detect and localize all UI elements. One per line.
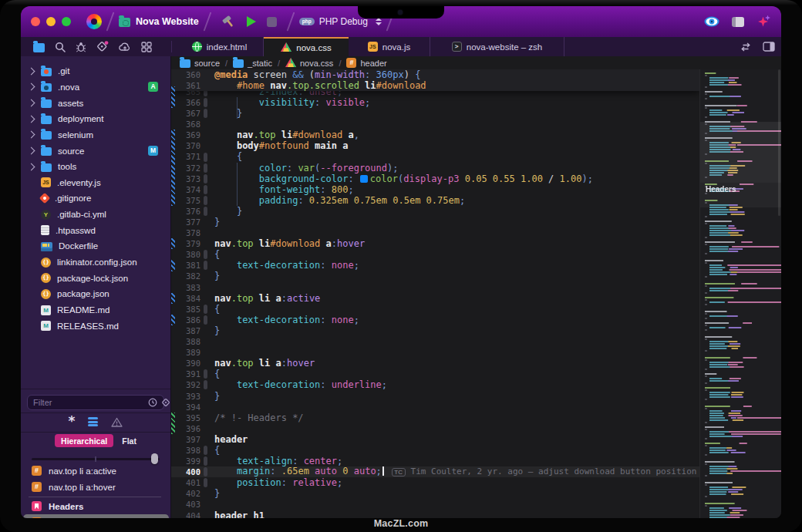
close-window-button[interactable] xyxy=(31,17,40,26)
code-line[interactable]: 385{ xyxy=(171,304,699,315)
stop-button[interactable] xyxy=(267,17,277,27)
minimize-window-button[interactable] xyxy=(46,17,56,26)
file-row[interactable]: deployment xyxy=(21,111,170,127)
code-line[interactable]: 390nav.top li a:hover xyxy=(171,358,699,369)
code-line[interactable]: 376 } xyxy=(171,206,699,217)
editor-scrollbar[interactable] xyxy=(778,69,780,216)
breadcrumb-item[interactable]: #header xyxy=(346,58,386,68)
file-row[interactable]: assets xyxy=(21,95,170,111)
file-row[interactable]: .git xyxy=(21,63,170,79)
symbol-row[interactable]: #nav.top li a:hover xyxy=(23,479,169,495)
breadcrumb-item[interactable]: _static xyxy=(233,58,272,68)
code-line[interactable]: 375 padding: 0.325em 0.75em 0.5em 0.75em… xyxy=(171,195,699,206)
code-line[interactable]: 394 xyxy=(171,402,699,412)
sparkle-publish-icon[interactable] xyxy=(757,15,770,29)
search-icon[interactable] xyxy=(55,42,66,52)
toggle-sidebar-icon[interactable] xyxy=(732,17,744,27)
code-line[interactable]: 395/* !- Headers */ xyxy=(171,412,699,423)
code-line[interactable]: 382} xyxy=(171,271,699,281)
file-row[interactable]: .novaA xyxy=(21,79,170,96)
file-row[interactable]: MRELEASES.md xyxy=(21,318,170,334)
zoom-window-button[interactable] xyxy=(62,17,71,26)
cloud-icon[interactable] xyxy=(119,42,131,52)
extensions-grid-icon[interactable] xyxy=(141,42,152,52)
code-line[interactable]: 379nav.top li#download a:hover xyxy=(171,238,699,249)
tab-nova-website-zsh[interactable]: >nova-website – zsh xyxy=(430,37,564,56)
code-line[interactable]: 380{ xyxy=(171,249,699,260)
code-line[interactable]: 367 } xyxy=(171,108,699,119)
grouped-symbols-icon[interactable] xyxy=(88,417,98,426)
code-line[interactable]: 401 position: relative; xyxy=(171,477,699,488)
code-line[interactable]: 389 xyxy=(171,347,699,358)
tab-index-html[interactable]: index.html xyxy=(176,37,264,56)
bug-icon[interactable] xyxy=(76,42,86,52)
code-line[interactable]: 391{ xyxy=(171,369,699,379)
code-line[interactable]: 397header xyxy=(171,434,699,445)
file-row[interactable]: {}package.json xyxy=(21,286,170,302)
minimap[interactable]: Headers xyxy=(699,69,781,518)
preview-eye-icon[interactable] xyxy=(704,16,719,27)
code-line[interactable]: 373 background-color: color(display-p3 0… xyxy=(171,173,699,184)
code-line[interactable]: 378 xyxy=(171,227,699,238)
split-view-icon[interactable] xyxy=(740,42,752,52)
toggle-right-panel-icon[interactable] xyxy=(763,42,775,52)
symbol-row[interactable]: Headers xyxy=(23,498,169,514)
code-line[interactable]: 398{ xyxy=(171,445,699,456)
file-row[interactable]: Dockerfile xyxy=(21,238,170,254)
breadcrumb-item[interactable]: nova.css xyxy=(285,58,333,69)
code-line[interactable]: 400 margin: .65em auto 0 auto;TCTim Coul… xyxy=(171,466,699,477)
file-row[interactable]: sourceM xyxy=(21,143,170,159)
js-icon: JS xyxy=(368,42,378,52)
file-row[interactable]: selenium xyxy=(21,127,170,143)
code-line[interactable]: 404header h1 xyxy=(171,510,699,518)
code-line[interactable]: 368 xyxy=(171,119,699,130)
code-line[interactable]: 372 color: var(--foreground); xyxy=(171,163,699,173)
filter-tag-icon[interactable] xyxy=(161,398,170,407)
issues-warning-icon[interactable] xyxy=(111,417,123,427)
code-line[interactable]: 383 xyxy=(171,282,699,293)
code-line[interactable]: 361 #home nav.top.scrolled li#download xyxy=(171,80,699,91)
file-row[interactable]: .gitignore xyxy=(21,190,170,207)
tab-nova-css[interactable]: nova.css xyxy=(264,37,349,56)
symbol-row[interactable]: #nav.top li a:active xyxy=(23,463,169,479)
all-symbols-icon[interactable]: * xyxy=(69,417,76,426)
build-button[interactable] xyxy=(221,15,236,29)
file-row[interactable]: JS.eleventy.js xyxy=(21,175,170,191)
tab-nova-js[interactable]: JSnova.js xyxy=(349,37,430,56)
filter-input[interactable] xyxy=(28,398,148,407)
code-line[interactable]: 396 xyxy=(171,423,699,434)
file-row[interactable]: .htpasswd xyxy=(21,223,170,239)
file-row[interactable]: tools xyxy=(21,159,170,175)
code-line[interactable]: 381 text-decoration: none; xyxy=(171,260,699,271)
toggle-hierarchical[interactable]: Hierarchical xyxy=(55,434,113,447)
code-line[interactable]: 377} xyxy=(171,217,699,227)
code-line[interactable]: 370 body#notfound main a xyxy=(171,140,699,151)
code-editor[interactable]: 365 z-index: unset;366 visibility: visib… xyxy=(171,69,699,518)
code-line[interactable]: 387} xyxy=(171,325,699,336)
file-row[interactable]: {}package-lock.json xyxy=(21,270,170,286)
code-line[interactable]: 360@media screen && (min-width: 360px) { xyxy=(171,69,699,80)
files-icon[interactable] xyxy=(33,43,45,52)
file-row[interactable]: MREADME.md xyxy=(21,302,170,318)
toggle-flat[interactable]: Flat xyxy=(122,436,136,446)
code-line[interactable]: 403 xyxy=(171,499,699,510)
project-button[interactable]: Nova Website xyxy=(119,16,199,27)
tag-icon[interactable] xyxy=(96,41,109,52)
code-line[interactable]: 388 xyxy=(171,336,699,347)
code-line[interactable]: 386 text-decoration: none; xyxy=(171,315,699,325)
code-line[interactable]: 371 { xyxy=(171,151,699,162)
code-line[interactable]: 402} xyxy=(171,488,699,499)
file-row[interactable]: {}linkinator.config.json xyxy=(21,254,170,271)
breadcrumb-item[interactable]: source xyxy=(180,58,220,68)
file-row[interactable]: Y.gitlab-ci.yml xyxy=(21,207,170,223)
recent-clock-icon[interactable] xyxy=(148,398,157,407)
code-line[interactable]: 392 text-decoration: underline; xyxy=(171,379,699,390)
minimap-viewport[interactable] xyxy=(700,122,781,183)
code-line[interactable]: 366 visibility: visible; xyxy=(171,97,699,108)
code-line[interactable]: 369 nav.top li#download a, xyxy=(171,130,699,140)
code-line[interactable]: 399 text-align: center; xyxy=(171,456,699,466)
run-button[interactable] xyxy=(247,16,256,27)
code-line[interactable]: 374 font-weight: 800; xyxy=(171,184,699,195)
code-line[interactable]: 384nav.top li a:active xyxy=(171,293,699,304)
code-line[interactable]: 393} xyxy=(171,391,699,402)
